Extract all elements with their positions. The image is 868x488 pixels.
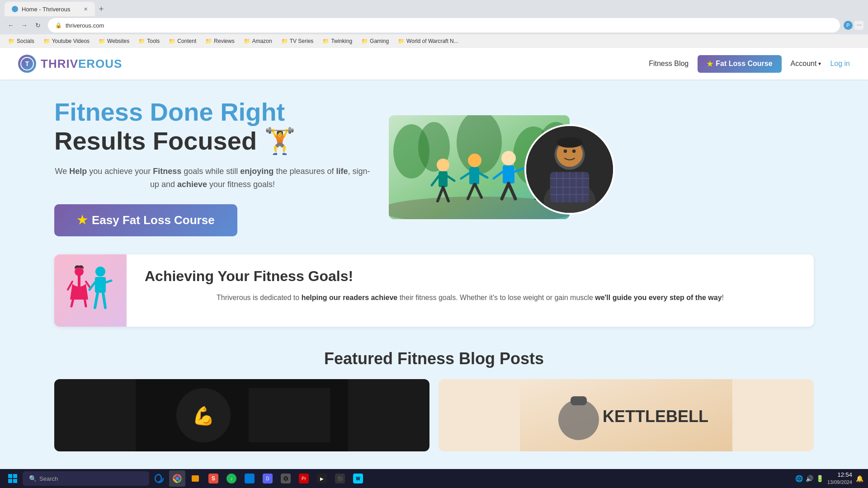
svg-point-55 (95, 267, 105, 277)
blog-card-1[interactable]: 💪 (54, 379, 429, 451)
taskbar-search-bar[interactable]: 🔍 Search (23, 471, 149, 486)
svg-line-58 (103, 293, 105, 308)
feature-section: Achieving Your Fitness Goals! Thriverous… (0, 254, 868, 340)
notification-icon[interactable]: 🔔 (856, 475, 863, 482)
hero-content: Fitness Done Right Results Focused 🏋️ We… (54, 98, 371, 236)
svg-point-48 (557, 137, 583, 147)
fitness-blog-link[interactable]: Fitness Blog (649, 60, 689, 68)
bookmarks-bar: 📁Socials 📁Youtube Videos 📁Websites 📁Tool… (0, 34, 868, 48)
cta-label: Easy Fat Loss Course (92, 213, 215, 227)
svg-point-21 (501, 151, 516, 165)
battery-icon[interactable]: 🔋 (816, 475, 824, 482)
taskbar-system-icons: 🌐 🔊 🔋 (795, 475, 824, 482)
bookmark-websites[interactable]: 📁Websites (95, 37, 133, 45)
svg-line-60 (106, 281, 111, 282)
avatar-overlay (524, 124, 615, 215)
bookmark-reviews[interactable]: 📁Reviews (202, 37, 238, 45)
account-chevron-icon: ▾ (818, 61, 821, 67)
svg-rect-22 (503, 165, 514, 183)
blog-section: Featured Fitness Blog Posts 💪 (0, 340, 868, 460)
taskbar-clock[interactable]: 12:54 13/09/2024 (827, 471, 852, 486)
feature-content-side: Achieving Your Fitness Goals! Thriverous… (127, 254, 814, 327)
hero-title-line2: Results Focused 🏋️ (54, 127, 296, 155)
feature-image-side (54, 254, 127, 327)
extension-icon-1[interactable]: ⋯ (854, 21, 863, 30)
tab-close-icon[interactable]: ✕ (84, 6, 88, 12)
bookmark-gaming[interactable]: 📁Gaming (358, 37, 392, 45)
clock-date: 13/09/2024 (827, 479, 852, 486)
taskbar-icon-wow[interactable]: W (350, 470, 366, 487)
login-link[interactable]: Log in (830, 60, 850, 68)
website: T THRIVEROUS Fitness Blog ★ Fat Loss Cou… (0, 48, 868, 460)
svg-line-57 (95, 293, 98, 308)
svg-rect-73 (13, 479, 17, 483)
svg-rect-70 (8, 474, 12, 478)
svg-rect-72 (8, 479, 12, 483)
taskbar-icon-chrome[interactable] (169, 470, 185, 487)
svg-line-53 (68, 282, 72, 290)
svg-point-15 (468, 154, 481, 167)
taskbar-icon-edge[interactable] (151, 470, 167, 487)
logo-text: THRIVEROUS (41, 57, 122, 71)
browser-extensions: P ⋯ (844, 21, 863, 30)
taskbar-icon-settings[interactable]: ⚙ (278, 470, 294, 487)
refresh-button[interactable]: ↻ (32, 19, 44, 32)
new-tab-button[interactable]: + (95, 3, 108, 15)
bookmark-socials[interactable]: 📁Socials (5, 37, 38, 45)
logo-area[interactable]: T THRIVEROUS (18, 55, 122, 73)
windows-start-button[interactable] (5, 470, 21, 487)
feature-description: Thriverous is dedicated to helping our r… (145, 292, 796, 304)
svg-text:KETTLEBELL: KETTLEBELL (603, 407, 708, 426)
fitness-figures-svg (63, 263, 118, 318)
taskbar-icon-app2[interactable] (241, 470, 258, 487)
svg-text:💪: 💪 (192, 405, 215, 427)
navbar: T THRIVEROUS Fitness Blog ★ Fat Loss Cou… (0, 48, 868, 80)
forward-button[interactable]: → (18, 19, 31, 32)
svg-rect-77 (192, 475, 195, 478)
blog-card-2[interactable]: KETTLEBELL (439, 379, 814, 451)
svg-point-9 (437, 159, 449, 171)
svg-point-46 (564, 149, 567, 153)
svg-point-67 (558, 399, 599, 440)
taskbar-icon-app5[interactable]: ⚫ (332, 470, 348, 487)
url-bar[interactable]: 🔒 thriverous.com (48, 18, 840, 33)
feature-title: Achieving Your Fitness Goals! (145, 268, 796, 285)
taskbar-icon-files[interactable] (187, 470, 203, 487)
bookmark-amazon[interactable]: 📁Amazon (240, 37, 276, 45)
lock-icon: 🔒 (55, 22, 62, 28)
bookmark-wow[interactable]: 📁World of Warcraft N... (394, 37, 462, 45)
hero-section: Fitness Done Right Results Focused 🏋️ We… (0, 80, 868, 254)
tab-favicon (12, 6, 18, 12)
bookmark-tv-series[interactable]: 📁TV Series (278, 37, 317, 45)
taskbar-apps: S ♪ D ⚙ Pr ▶ ⚫ W (151, 470, 366, 487)
taskbar-right-area: 🌐 🔊 🔋 12:54 13/09/2024 🔔 (795, 471, 863, 486)
taskbar-icon-app3[interactable]: Pr (296, 470, 312, 487)
bookmark-twinking[interactable]: 📁Twinking (319, 37, 356, 45)
fat-loss-course-button[interactable]: ★ Fat Loss Course (698, 55, 781, 73)
taskbar-icon-app1[interactable]: S (205, 470, 222, 487)
taskbar-icon-spotify[interactable]: ♪ (223, 470, 240, 487)
taskbar-icon-discord[interactable]: D (259, 470, 276, 487)
bookmark-tools[interactable]: 📁Tools (135, 37, 163, 45)
taskbar-icon-app4[interactable]: ▶ (314, 470, 330, 487)
network-icon[interactable]: 🌐 (795, 475, 803, 482)
svg-rect-71 (13, 474, 17, 478)
bookmark-content[interactable]: 📁Content (165, 37, 200, 45)
hero-cta-button[interactable]: ★ Easy Fat Loss Course (54, 204, 237, 236)
blog-section-title: Featured Fitness Blog Posts (54, 349, 814, 368)
svg-rect-16 (469, 167, 479, 184)
svg-line-59 (90, 282, 95, 290)
feature-box: Achieving Your Fitness Goals! Thriverous… (54, 254, 814, 327)
back-button[interactable]: ← (5, 19, 17, 32)
logo-icon: T (18, 55, 36, 73)
taskbar: 🔍 Search S (0, 469, 868, 488)
profile-icon[interactable]: P (844, 21, 853, 30)
account-dropdown[interactable]: Account ▾ (791, 60, 821, 68)
url-text: thriverous.com (66, 22, 104, 29)
volume-icon[interactable]: 🔊 (806, 475, 813, 482)
active-tab[interactable]: Home - Thriverous ✕ (5, 2, 95, 16)
hero-subtitle: We Help you achieve your Fitness goals w… (54, 165, 371, 191)
bookmark-youtube[interactable]: 📁Youtube Videos (40, 37, 93, 45)
svg-text:T: T (25, 60, 29, 67)
svg-point-75 (175, 477, 179, 480)
